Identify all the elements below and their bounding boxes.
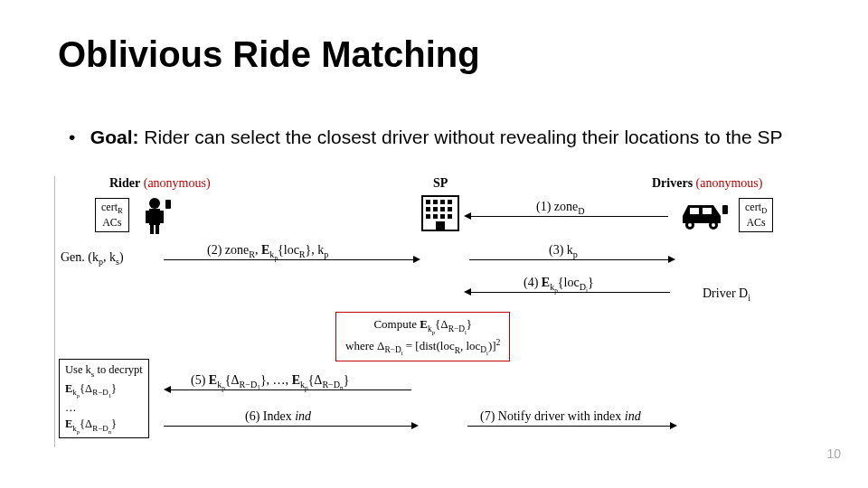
goal-text: Rider can select the closest driver with… <box>139 127 783 147</box>
slide-title: Oblivious Ride Matching <box>58 34 480 75</box>
svg-rect-18 <box>440 214 445 219</box>
goal-bullet: • Goal: Rider can select the closest dri… <box>69 127 783 148</box>
svg-rect-17 <box>433 214 438 219</box>
arrow-3-line <box>469 259 668 260</box>
svg-rect-5 <box>156 225 159 234</box>
role-rider-label: Rider (anonymous) <box>109 176 211 191</box>
svg-rect-19 <box>448 214 452 219</box>
svg-rect-12 <box>426 207 430 211</box>
person-icon <box>142 194 175 236</box>
arrow-1-label: (1) zoneD <box>536 200 585 216</box>
arrow-6-line <box>164 426 411 427</box>
driver-cert-box: certDACs <box>739 198 773 232</box>
svg-rect-27 <box>722 205 728 214</box>
driver-i-label: Driver Di <box>703 286 750 303</box>
arrow-5-label: (5) Ekp{ΔR−D1}, …, Ekp{ΔR−Dn} <box>191 373 349 392</box>
svg-point-0 <box>149 198 160 209</box>
rider-cert-box: certRACs <box>95 198 129 232</box>
protocol-diagram: Rider (anonymous) SP Drivers (anonymous)… <box>54 176 806 447</box>
gen-keys-label: Gen. (kp, ks) <box>61 250 124 267</box>
svg-rect-1 <box>149 209 160 225</box>
arrow-7-head <box>670 422 677 429</box>
arrow-3-label: (3) kp <box>549 243 578 259</box>
bullet-dot: • <box>69 127 85 148</box>
svg-rect-4 <box>150 225 154 234</box>
arrow-7-label: (7) Notify driver with index ind <box>480 409 641 424</box>
svg-rect-2 <box>146 211 149 223</box>
arrow-4-head <box>464 288 471 296</box>
arrow-6-head <box>411 422 419 429</box>
svg-rect-8 <box>426 200 430 204</box>
role-sp-label: SP <box>433 176 448 191</box>
arrow-1-line <box>471 216 668 217</box>
svg-rect-20 <box>436 221 445 230</box>
arrow-7-line <box>467 426 670 427</box>
building-icon <box>420 194 460 232</box>
arrow-6-label: (6) Index ind <box>245 409 311 424</box>
svg-rect-21 <box>690 208 699 214</box>
goal-label: Goal: <box>90 127 139 147</box>
svg-rect-15 <box>448 207 452 211</box>
arrow-1-head <box>464 212 471 220</box>
svg-rect-10 <box>440 200 445 204</box>
arrow-4-label: (4) Ekp{locDi} <box>524 276 594 295</box>
compute-box: Compute Ekp{ΔR−Di} where ΔR−Di = [dist(l… <box>335 312 510 361</box>
svg-rect-6 <box>165 200 171 209</box>
svg-rect-11 <box>448 200 452 204</box>
svg-rect-13 <box>433 207 438 211</box>
decrypt-box: Use ks to decrypt Ekp{ΔR−D1} … Ekp{ΔR−Dn… <box>59 359 149 438</box>
arrow-2-head <box>413 256 420 263</box>
svg-point-24 <box>688 223 692 227</box>
svg-rect-3 <box>160 211 164 223</box>
car-icon <box>677 200 731 230</box>
svg-rect-14 <box>440 207 445 211</box>
arrow-3-head <box>668 256 675 263</box>
svg-rect-22 <box>703 208 712 214</box>
svg-rect-9 <box>433 200 438 204</box>
arrow-5-head <box>164 386 171 393</box>
page-number: 10 <box>826 446 841 461</box>
svg-point-26 <box>712 223 715 227</box>
svg-rect-16 <box>426 214 430 219</box>
arrow-2-label: (2) zoneR, Ekp{locR}, kp <box>207 243 328 262</box>
role-drivers-label: Drivers (anonymous) <box>652 176 762 191</box>
